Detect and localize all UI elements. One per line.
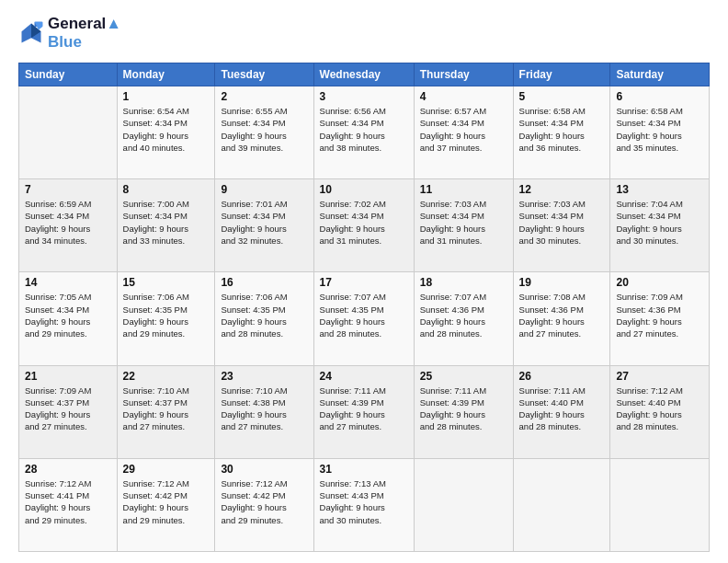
day-number: 2 [221,90,307,103]
day-info: Sunrise: 6:54 AM Sunset: 4:34 PM Dayligh… [123,105,210,154]
day-number: 7 [25,183,111,196]
day-info: Sunrise: 7:10 AM Sunset: 4:38 PM Dayligh… [221,385,307,433]
day-info: Sunrise: 6:59 AM Sunset: 4:34 PM Dayligh… [25,198,111,247]
day-info: Sunrise: 7:11 AM Sunset: 4:39 PM Dayligh… [420,385,507,433]
day-cell: 17Sunrise: 7:07 AM Sunset: 4:35 PM Dayli… [313,272,414,365]
week-row-0: 1Sunrise: 6:54 AM Sunset: 4:34 PM Daylig… [19,86,710,179]
day-cell: 22Sunrise: 7:10 AM Sunset: 4:37 PM Dayli… [117,365,215,458]
day-info: Sunrise: 6:58 AM Sunset: 4:34 PM Dayligh… [519,105,605,154]
day-cell: 6Sunrise: 6:58 AM Sunset: 4:34 PM Daylig… [610,86,710,179]
day-number: 1 [123,90,210,103]
day-cell: 20Sunrise: 7:09 AM Sunset: 4:36 PM Dayli… [610,272,710,365]
day-cell: 25Sunrise: 7:11 AM Sunset: 4:39 PM Dayli… [414,365,513,458]
day-cell: 7Sunrise: 6:59 AM Sunset: 4:34 PM Daylig… [19,179,118,272]
day-number: 10 [320,183,408,196]
day-cell: 15Sunrise: 7:06 AM Sunset: 4:35 PM Dayli… [117,272,215,365]
day-info: Sunrise: 7:07 AM Sunset: 4:36 PM Dayligh… [420,291,507,339]
header-day-saturday: Saturday [610,63,710,86]
day-cell: 4Sunrise: 6:57 AM Sunset: 4:34 PM Daylig… [414,86,513,179]
day-number: 27 [616,370,703,383]
day-cell: 9Sunrise: 7:01 AM Sunset: 4:34 PM Daylig… [215,179,313,272]
header-day-sunday: Sunday [19,63,118,86]
day-number: 14 [25,276,111,289]
day-info: Sunrise: 7:05 AM Sunset: 4:34 PM Dayligh… [25,291,111,339]
day-cell: 26Sunrise: 7:11 AM Sunset: 4:40 PM Dayli… [513,365,610,458]
day-info: Sunrise: 7:07 AM Sunset: 4:35 PM Dayligh… [320,291,408,339]
day-number: 15 [123,276,210,289]
day-cell: 14Sunrise: 7:05 AM Sunset: 4:34 PM Dayli… [19,272,118,365]
day-number: 9 [221,183,307,196]
day-info: Sunrise: 7:06 AM Sunset: 4:35 PM Dayligh… [221,291,307,339]
day-info: Sunrise: 7:08 AM Sunset: 4:36 PM Dayligh… [519,291,605,339]
day-number: 19 [519,276,605,289]
day-cell: 11Sunrise: 7:03 AM Sunset: 4:34 PM Dayli… [414,179,513,272]
day-info: Sunrise: 6:55 AM Sunset: 4:34 PM Dayligh… [221,105,307,154]
day-number: 31 [320,463,408,476]
day-number: 13 [616,183,703,196]
day-info: Sunrise: 7:09 AM Sunset: 4:37 PM Dayligh… [25,385,111,433]
header-day-wednesday: Wednesday [313,63,414,86]
day-info: Sunrise: 6:57 AM Sunset: 4:34 PM Dayligh… [420,105,507,154]
day-info: Sunrise: 7:06 AM Sunset: 4:35 PM Dayligh… [123,291,210,339]
logo: General▲ Blue [18,15,121,52]
day-info: Sunrise: 7:11 AM Sunset: 4:40 PM Dayligh… [519,385,605,433]
day-number: 5 [519,90,605,103]
header-day-tuesday: Tuesday [215,63,313,86]
header-day-friday: Friday [513,63,610,86]
day-cell: 13Sunrise: 7:04 AM Sunset: 4:34 PM Dayli… [610,179,710,272]
day-number: 25 [420,370,507,383]
day-cell [19,86,118,179]
day-number: 28 [25,463,111,476]
day-cell: 12Sunrise: 7:03 AM Sunset: 4:34 PM Dayli… [513,179,610,272]
header-day-monday: Monday [117,63,215,86]
day-info: Sunrise: 7:13 AM Sunset: 4:43 PM Dayligh… [320,477,408,526]
day-info: Sunrise: 7:04 AM Sunset: 4:34 PM Dayligh… [616,198,703,247]
day-number: 16 [221,276,307,289]
week-row-2: 14Sunrise: 7:05 AM Sunset: 4:34 PM Dayli… [19,272,710,365]
week-row-3: 21Sunrise: 7:09 AM Sunset: 4:37 PM Dayli… [19,365,710,458]
logo-text: General▲ Blue [48,15,121,52]
day-cell: 1Sunrise: 6:54 AM Sunset: 4:34 PM Daylig… [117,86,215,179]
day-cell: 28Sunrise: 7:12 AM Sunset: 4:41 PM Dayli… [19,458,118,551]
week-row-1: 7Sunrise: 6:59 AM Sunset: 4:34 PM Daylig… [19,179,710,272]
day-number: 11 [420,183,507,196]
day-cell: 2Sunrise: 6:55 AM Sunset: 4:34 PM Daylig… [215,86,313,179]
day-cell: 3Sunrise: 6:56 AM Sunset: 4:34 PM Daylig… [313,86,414,179]
day-number: 18 [420,276,507,289]
day-cell: 10Sunrise: 7:02 AM Sunset: 4:34 PM Dayli… [313,179,414,272]
day-number: 21 [25,370,111,383]
day-cell: 5Sunrise: 6:58 AM Sunset: 4:34 PM Daylig… [513,86,610,179]
day-number: 12 [519,183,605,196]
day-info: Sunrise: 7:12 AM Sunset: 4:42 PM Dayligh… [123,477,210,526]
page: General▲ Blue SundayMondayTuesdayWednesd… [0,0,728,563]
day-number: 4 [420,90,507,103]
day-cell: 29Sunrise: 7:12 AM Sunset: 4:42 PM Dayli… [117,458,215,551]
day-number: 23 [221,370,307,383]
day-cell: 19Sunrise: 7:08 AM Sunset: 4:36 PM Dayli… [513,272,610,365]
day-cell: 31Sunrise: 7:13 AM Sunset: 4:43 PM Dayli… [313,458,414,551]
day-cell: 16Sunrise: 7:06 AM Sunset: 4:35 PM Dayli… [215,272,313,365]
calendar-table: SundayMondayTuesdayWednesdayThursdayFrid… [18,63,710,552]
day-number: 17 [320,276,408,289]
day-info: Sunrise: 7:02 AM Sunset: 4:34 PM Dayligh… [320,198,408,247]
day-info: Sunrise: 7:12 AM Sunset: 4:41 PM Dayligh… [25,477,111,526]
header-day-thursday: Thursday [414,63,513,86]
day-number: 20 [616,276,703,289]
day-info: Sunrise: 6:58 AM Sunset: 4:34 PM Dayligh… [616,105,703,154]
day-cell: 21Sunrise: 7:09 AM Sunset: 4:37 PM Dayli… [19,365,118,458]
day-number: 8 [123,183,210,196]
day-cell: 27Sunrise: 7:12 AM Sunset: 4:40 PM Dayli… [610,365,710,458]
day-number: 26 [519,370,605,383]
day-info: Sunrise: 7:01 AM Sunset: 4:34 PM Dayligh… [221,198,307,247]
logo-icon [18,20,44,46]
day-cell [513,458,610,551]
day-info: Sunrise: 7:11 AM Sunset: 4:39 PM Dayligh… [320,385,408,433]
day-number: 6 [616,90,703,103]
day-number: 29 [123,463,210,476]
day-info: Sunrise: 7:12 AM Sunset: 4:40 PM Dayligh… [616,385,703,433]
day-info: Sunrise: 7:09 AM Sunset: 4:36 PM Dayligh… [616,291,703,339]
calendar-header-row: SundayMondayTuesdayWednesdayThursdayFrid… [19,63,710,86]
day-cell [610,458,710,551]
day-cell: 18Sunrise: 7:07 AM Sunset: 4:36 PM Dayli… [414,272,513,365]
day-cell: 30Sunrise: 7:12 AM Sunset: 4:42 PM Dayli… [215,458,313,551]
